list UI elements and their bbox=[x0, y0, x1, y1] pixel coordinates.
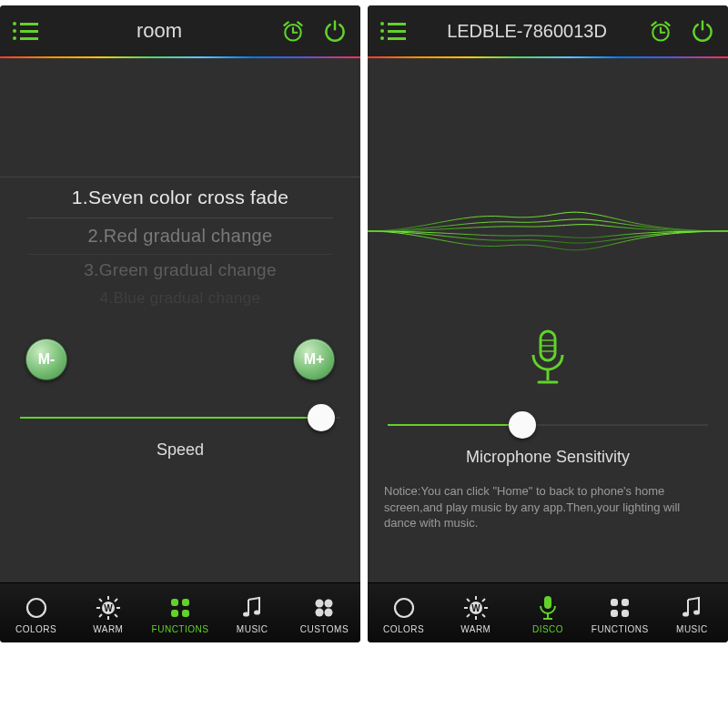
quad-icon bbox=[608, 596, 632, 620]
mode-picker[interactable]: 1.Seven color cross fade 2.Red gradual c… bbox=[0, 177, 360, 311]
svg-rect-49 bbox=[611, 610, 618, 617]
circle-icon bbox=[25, 596, 48, 620]
svg-rect-50 bbox=[622, 610, 629, 617]
svg-point-20 bbox=[316, 599, 324, 607]
bottom-nav: COLORS W WARM bbox=[0, 582, 360, 642]
tab-music[interactable]: MUSIC bbox=[217, 594, 288, 634]
tab-music[interactable]: MUSIC bbox=[656, 594, 728, 634]
device-title[interactable]: LEDBLE-7860013D bbox=[406, 21, 648, 42]
circle-icon bbox=[392, 596, 416, 620]
picker-row-selected[interactable]: 1.Seven color cross fade bbox=[27, 177, 333, 218]
microphone-icon[interactable] bbox=[368, 326, 728, 395]
slider-knob[interactable] bbox=[308, 404, 335, 431]
svg-rect-16 bbox=[171, 610, 178, 617]
power-icon[interactable] bbox=[690, 18, 715, 44]
phone-functions: room 1.Seven color cross fade 2.Red bbox=[0, 5, 360, 642]
svg-point-33 bbox=[395, 599, 413, 617]
svg-point-18 bbox=[243, 612, 249, 616]
mic-icon bbox=[538, 594, 558, 622]
notice-text: Notice:You can click "Home" to back to p… bbox=[368, 467, 728, 531]
phone-disco: LEDBLE-7860013D bbox=[368, 5, 728, 642]
svg-line-39 bbox=[467, 599, 470, 602]
picker-row[interactable]: 3.Green gradual change bbox=[27, 255, 333, 286]
svg-point-23 bbox=[325, 608, 333, 616]
sensitivity-slider[interactable] bbox=[388, 402, 708, 448]
slider-label: Speed bbox=[0, 440, 360, 460]
svg-text:W: W bbox=[471, 603, 480, 613]
mode-prev-button[interactable]: M- bbox=[25, 339, 67, 380]
picker-row[interactable]: 2.Red gradual change bbox=[27, 218, 333, 255]
menu-icon[interactable] bbox=[380, 22, 406, 40]
tab-functions[interactable]: FUNCTIONS bbox=[584, 594, 656, 634]
tab-disco[interactable]: DISCO bbox=[511, 594, 583, 634]
svg-line-11 bbox=[115, 599, 117, 602]
menu-icon[interactable] bbox=[13, 22, 38, 40]
svg-point-21 bbox=[325, 599, 333, 607]
tab-functions[interactable]: FUNCTIONS bbox=[144, 594, 216, 634]
svg-rect-47 bbox=[611, 599, 618, 606]
tab-warm[interactable]: W WARM bbox=[72, 594, 144, 634]
tab-customs[interactable]: CUSTOMS bbox=[288, 594, 360, 634]
svg-line-12 bbox=[99, 614, 102, 617]
device-title[interactable]: room bbox=[38, 19, 280, 43]
svg-point-22 bbox=[316, 608, 324, 616]
warm-icon: W bbox=[96, 595, 121, 621]
alarm-icon[interactable] bbox=[280, 18, 306, 44]
power-icon[interactable] bbox=[322, 18, 348, 44]
note-icon bbox=[241, 596, 263, 620]
svg-text:W: W bbox=[104, 603, 113, 613]
waveform bbox=[368, 204, 728, 258]
tab-colors[interactable]: COLORS bbox=[368, 594, 440, 634]
note-icon bbox=[681, 596, 703, 620]
svg-point-52 bbox=[693, 610, 700, 614]
tab-warm[interactable]: W WARM bbox=[440, 594, 511, 634]
tab-colors[interactable]: COLORS bbox=[0, 594, 72, 634]
header: LEDBLE-7860013D bbox=[368, 5, 728, 56]
quad-icon bbox=[312, 596, 336, 620]
mode-next-button[interactable]: M+ bbox=[293, 339, 335, 380]
svg-point-3 bbox=[27, 599, 46, 617]
svg-point-51 bbox=[682, 612, 689, 616]
svg-rect-44 bbox=[544, 596, 551, 609]
slider-label: Microphone Sensitivity bbox=[368, 448, 728, 467]
warm-icon: W bbox=[463, 595, 489, 621]
svg-rect-48 bbox=[622, 599, 629, 606]
picker-row[interactable]: 4.Blue gradual change bbox=[27, 286, 333, 311]
svg-point-19 bbox=[254, 610, 260, 614]
svg-rect-15 bbox=[182, 599, 189, 606]
speed-slider[interactable] bbox=[20, 395, 340, 440]
quad-icon bbox=[168, 596, 192, 620]
svg-line-10 bbox=[115, 614, 117, 617]
svg-rect-17 bbox=[182, 610, 189, 617]
alarm-icon[interactable] bbox=[648, 18, 673, 44]
bottom-nav: COLORS W WARM bbox=[368, 582, 728, 642]
header: room bbox=[0, 5, 360, 56]
svg-line-9 bbox=[99, 599, 102, 602]
svg-line-41 bbox=[482, 599, 485, 602]
slider-knob[interactable] bbox=[509, 411, 536, 439]
svg-rect-14 bbox=[171, 599, 178, 606]
svg-line-40 bbox=[482, 614, 485, 617]
svg-line-42 bbox=[467, 614, 470, 617]
